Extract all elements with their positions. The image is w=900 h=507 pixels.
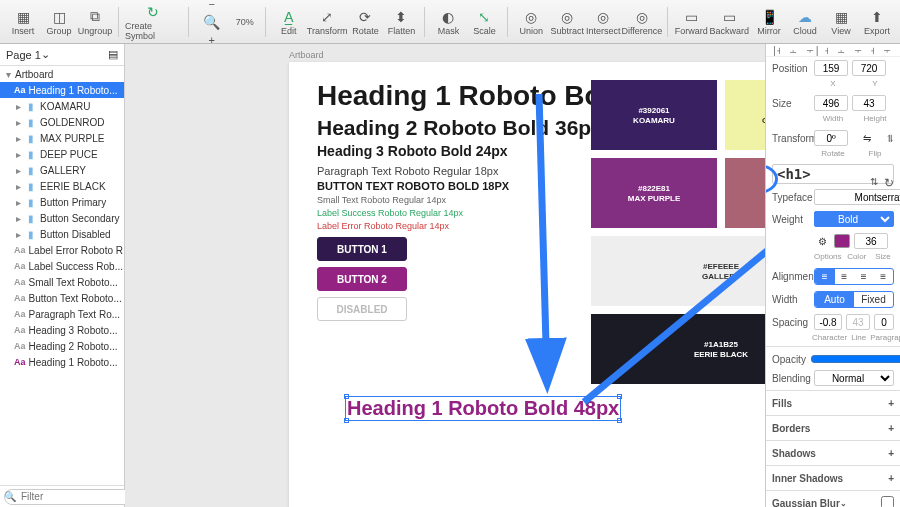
layer-tree: ▾ArtboardAaHeading 1 Roboto...▸▮KOAMARU▸… xyxy=(0,66,124,485)
flatten-icon: ⬍ xyxy=(392,8,410,26)
distribute-h-icon[interactable]: ⫞ xyxy=(870,44,876,56)
size-h-input[interactable] xyxy=(852,95,886,111)
canvas[interactable]: Artboard Heading 1 Roboto Bold 48px Head… xyxy=(125,44,765,507)
layer-row[interactable]: AaParagraph Text Ro... xyxy=(0,306,124,322)
color-well[interactable] xyxy=(834,234,850,248)
align-left-btn[interactable]: ≡ xyxy=(815,269,835,284)
layer-row[interactable]: AaButton Text Roboto... xyxy=(0,290,124,306)
layer-row[interactable]: ▸▮GOLDENROD xyxy=(0,114,124,130)
page-list-icon[interactable]: ▤ xyxy=(108,48,118,61)
mask-button[interactable]: ◐Mask xyxy=(431,2,465,42)
blending-select[interactable]: Normal xyxy=(814,370,894,386)
union-button[interactable]: ◎Union xyxy=(514,2,548,42)
scale-icon: ⤡ xyxy=(475,8,493,26)
forward-button[interactable]: ▭Forward xyxy=(674,2,708,42)
button-disabled-sample: DISABLED xyxy=(317,297,407,321)
opacity-slider[interactable] xyxy=(810,351,900,367)
insert-menu[interactable]: ▦Insert xyxy=(6,2,40,42)
layer-row[interactable]: ▾Artboard xyxy=(0,66,124,82)
layer-row[interactable]: ▸▮DEEP PUCE xyxy=(0,146,124,162)
align-bottom-icon[interactable]: ⫟ xyxy=(853,44,864,56)
align-vcenter-icon[interactable]: ⫠ xyxy=(836,44,847,56)
style-sync-icon[interactable]: ↻ xyxy=(884,176,894,190)
create-symbol-button[interactable]: ↻Create Symbol xyxy=(125,2,182,42)
layer-row[interactable]: ▸▮MAX PURPLE xyxy=(0,130,124,146)
button-secondary-sample: BUTTON 2 xyxy=(317,267,407,291)
position-y-input[interactable] xyxy=(852,60,886,76)
selected-text-layer[interactable]: Heading 1 Roboto Bold 48px xyxy=(347,397,619,420)
difference-button[interactable]: ◎Difference xyxy=(622,2,661,42)
weight-select[interactable]: Bold xyxy=(814,211,894,227)
layer-row[interactable]: AaHeading 2 Roboto... xyxy=(0,338,124,354)
scale-button[interactable]: ⤡Scale xyxy=(467,2,501,42)
swatch: #1A1B25EERIE BLACK xyxy=(591,314,765,384)
zoom-level: 70% xyxy=(231,2,259,42)
size-w-input[interactable] xyxy=(814,95,848,111)
flatten-button[interactable]: ⬍Flatten xyxy=(384,2,418,42)
group-button[interactable]: ◫Group xyxy=(42,2,76,42)
para-spacing-input[interactable] xyxy=(874,314,894,330)
blur-enable-checkbox[interactable] xyxy=(881,496,894,508)
mask-icon: ◐ xyxy=(439,8,457,26)
add-fill-icon[interactable]: + xyxy=(888,398,894,409)
subtract-button[interactable]: ◎Subtract xyxy=(550,2,584,42)
align-center-btn[interactable]: ≡ xyxy=(835,269,855,284)
flip-v-icon[interactable]: ⥮ xyxy=(886,133,894,144)
char-spacing-input[interactable] xyxy=(814,314,842,330)
transform-icon: ⤢ xyxy=(318,8,336,26)
typeface-input[interactable] xyxy=(814,189,900,205)
align-left-icon[interactable]: |⫞ xyxy=(773,44,782,56)
search-icon: 🔍 xyxy=(4,491,16,502)
layer-row[interactable]: AaLabel Error Roboto R xyxy=(0,242,124,258)
add-border-icon[interactable]: + xyxy=(888,423,894,434)
position-x-input[interactable] xyxy=(814,60,848,76)
align-right-icon[interactable]: ⫟| xyxy=(805,44,819,56)
ungroup-button[interactable]: ⧉Ungroup xyxy=(78,2,112,42)
layer-search: 🔍 ⚙ ◉ xyxy=(0,485,124,507)
export-icon: ⬆ xyxy=(868,8,886,26)
add-inner-shadow-icon[interactable]: + xyxy=(888,473,894,484)
group-icon: ◫ xyxy=(50,8,68,26)
mirror-button[interactable]: 📱Mirror xyxy=(752,2,786,42)
layer-row[interactable]: ▸▮Button Secondary xyxy=(0,210,124,226)
layer-row[interactable]: AaHeading 1 Roboto... xyxy=(0,82,124,98)
rotate-button[interactable]: ⟳Rotate xyxy=(348,2,382,42)
align-top-icon[interactable]: ⫞ xyxy=(824,44,830,56)
export-button[interactable]: ⬆Export xyxy=(860,2,894,42)
cloud-button[interactable]: ☁Cloud xyxy=(788,2,822,42)
align-hcenter-icon[interactable]: ⫠ xyxy=(788,44,799,56)
layer-row[interactable]: ▸▮KOAMARU xyxy=(0,98,124,114)
layer-row[interactable]: AaSmall Text Roboto... xyxy=(0,274,124,290)
font-size-input[interactable] xyxy=(854,233,888,249)
backward-button[interactable]: ▭Backward xyxy=(710,2,748,42)
text-align-segment[interactable]: ≡ ≡ ≡ ≡ xyxy=(814,268,894,285)
flip-h-icon[interactable]: ⇋ xyxy=(852,133,882,144)
zoom-out-icon[interactable]: − xyxy=(208,0,214,10)
layer-row[interactable]: AaHeading 3 Roboto... xyxy=(0,322,124,338)
forward-icon: ▭ xyxy=(682,8,700,26)
edit-button[interactable]: A̲Edit xyxy=(272,2,306,42)
line-spacing-input[interactable] xyxy=(846,314,870,330)
artboard-label[interactable]: Artboard xyxy=(289,50,324,60)
align-right-btn[interactable]: ≡ xyxy=(854,269,874,284)
add-shadow-icon[interactable]: + xyxy=(888,448,894,459)
options-gear-icon[interactable]: ⚙ xyxy=(814,236,830,247)
page-selector[interactable]: Page 1⌄ ▤ xyxy=(0,44,124,66)
align-justify-btn[interactable]: ≡ xyxy=(874,269,894,284)
intersect-button[interactable]: ◎Intersect xyxy=(586,2,620,42)
zoom-control[interactable]: − 🔍 + xyxy=(195,2,229,42)
layer-row[interactable]: ▸▮Button Disabled xyxy=(0,226,124,242)
layer-row[interactable]: AaHeading 1 Roboto... xyxy=(0,354,124,370)
rotate-input[interactable] xyxy=(814,130,848,146)
swatch: #392061KOAMARU xyxy=(591,80,717,150)
style-stepper-icon[interactable]: ⇅ xyxy=(870,176,878,187)
width-segment[interactable]: Auto Fixed xyxy=(814,291,894,308)
plus-icon: ▦ xyxy=(14,8,32,26)
transform-button[interactable]: ⤢Transform xyxy=(308,2,347,42)
layer-row[interactable]: AaLabel Success Rob... xyxy=(0,258,124,274)
layer-row[interactable]: ▸▮GALLERY xyxy=(0,162,124,178)
layer-row[interactable]: ▸▮Button Primary xyxy=(0,194,124,210)
distribute-v-icon[interactable]: ⫟ xyxy=(882,44,893,56)
layer-row[interactable]: ▸▮EERIE BLACK xyxy=(0,178,124,194)
view-button[interactable]: ▦View xyxy=(824,2,858,42)
